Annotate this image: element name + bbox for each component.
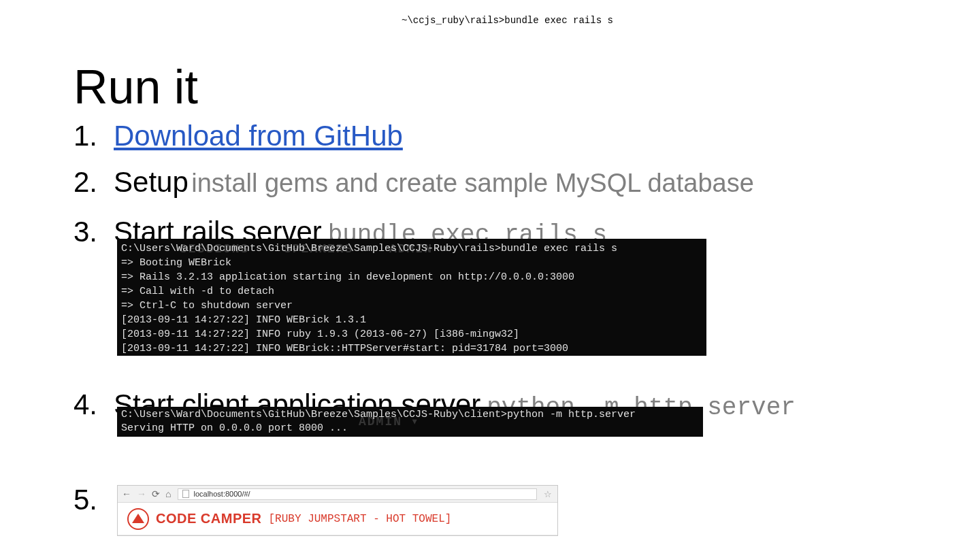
home-icon[interactable]: ⌂	[165, 489, 171, 499]
download-github-link[interactable]: Download from GitHub	[114, 120, 403, 152]
ghost-nav-speakers: SPEAKERS	[284, 242, 353, 256]
terminal-line: => Ctrl-C to shutdown server	[121, 299, 702, 313]
terminal-line: => Rails 3.2.13 application starting in …	[121, 270, 702, 284]
terminal-line: => Booting WEBrick	[121, 256, 702, 270]
reload-icon[interactable]: ⟳	[152, 489, 160, 499]
ghost-nav-admin: ADMIN	[389, 242, 433, 256]
app-brand: CODE CAMPER	[156, 511, 262, 527]
step-subtext: install gems and create sample MySQL dat…	[191, 169, 754, 197]
page-icon	[182, 490, 189, 498]
step-number: 1.	[74, 120, 97, 152]
browser-window: ← → ⟳ ⌂ localhost:8000/#/ ☆ CODE CAMPER …	[117, 485, 558, 536]
bookmark-star-icon[interactable]: ☆	[544, 489, 553, 499]
terminal-line: [2013-09-11 14:27:22] INFO ruby 1.9.3 (2…	[121, 327, 702, 341]
app-logo-icon	[127, 508, 149, 530]
chevron-down-icon: ▾	[411, 415, 420, 429]
top-command-path: ~\ccjs_ruby\rails>bundle exec rails s	[402, 15, 613, 26]
terminal-python: ADMIN ▾ C:\Users\Ward\Documents\GitHub\B…	[117, 407, 703, 437]
step-number: 3.	[74, 216, 97, 248]
step-label: Setup	[114, 166, 189, 198]
terminal-rails: SESSIONS SPEAKERS ADMIN ▾ C:\Users\Ward\…	[117, 239, 706, 356]
step-number: 5.	[74, 484, 97, 516]
terminal-line: => Call with -d to detach	[121, 284, 702, 299]
chevron-down-icon: ▾	[442, 242, 451, 256]
slide-title: Run it	[74, 60, 198, 114]
terminal-line: [2013-09-11 14:27:22] INFO WEBrick::HTTP…	[121, 341, 702, 356]
address-bar[interactable]: localhost:8000/#/	[178, 488, 537, 500]
back-icon[interactable]: ←	[122, 489, 131, 499]
app-header: CODE CAMPER [RUBY JUMPSTART - HOT TOWEL]	[118, 503, 557, 535]
app-tagline: [RUBY JUMPSTART - HOT TOWEL]	[269, 513, 452, 525]
browser-toolbar: ← → ⟳ ⌂ localhost:8000/#/ ☆	[118, 486, 557, 503]
terminal-line: [2013-09-11 14:27:22] INFO WEBrick 1.3.1	[121, 313, 702, 327]
ghost-nav-sessions: SESSIONS	[180, 242, 249, 256]
ghost-nav-admin: ADMIN	[359, 415, 402, 429]
step-number: 4.	[74, 388, 97, 421]
forward-icon[interactable]: →	[137, 489, 146, 499]
url-text: localhost:8000/#/	[193, 490, 250, 498]
step-5: 5.	[74, 484, 97, 516]
step-1: 1. Download from GitHub	[74, 120, 403, 152]
step-2: 2. Setup install gems and create sample …	[74, 166, 754, 199]
step-number: 2.	[74, 166, 97, 199]
